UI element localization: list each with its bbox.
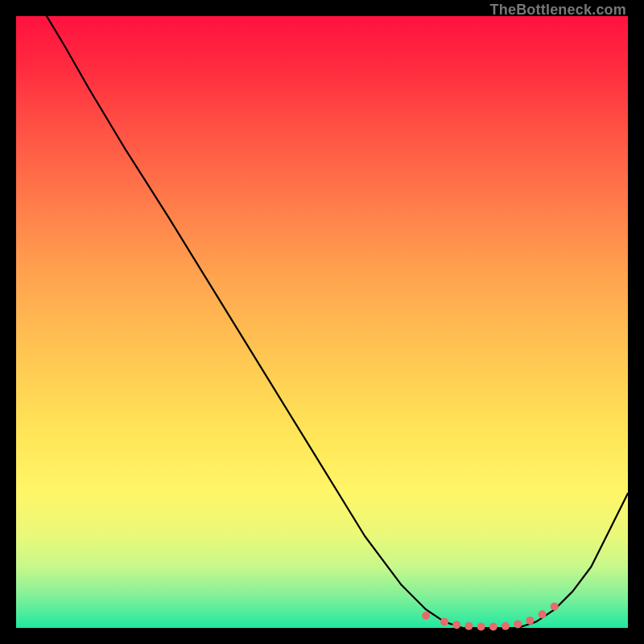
- plot-area: [16, 16, 628, 628]
- marker-dot: [502, 622, 510, 630]
- marker-dot: [464, 622, 473, 630]
- bottleneck-curve: [47, 16, 628, 628]
- marker-dot: [551, 602, 559, 610]
- marker-dot: [452, 621, 460, 629]
- marker-dot: [489, 623, 497, 631]
- marker-dot: [477, 623, 485, 631]
- marker-dot: [440, 617, 448, 625]
- chart-svg: [16, 16, 628, 628]
- flat-region-dots: [422, 602, 559, 630]
- chart-frame: TheBottleneck.com: [0, 0, 644, 644]
- marker-dot: [539, 610, 547, 618]
- marker-dot: [514, 620, 522, 628]
- marker-dot: [422, 612, 430, 620]
- marker-dot: [526, 617, 534, 625]
